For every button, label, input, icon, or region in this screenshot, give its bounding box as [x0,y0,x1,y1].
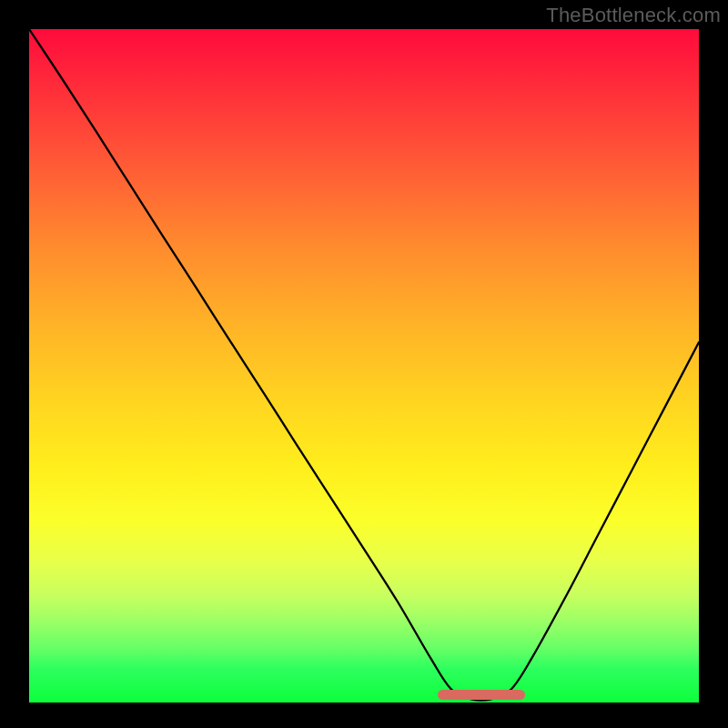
curve-layer [29,29,699,703]
optimal-range-marker [438,690,525,700]
chart-frame: TheBottleneck.com [0,0,728,728]
bottleneck-curve [29,29,699,701]
watermark-text: TheBottleneck.com [546,4,721,27]
plot-area [29,29,699,703]
